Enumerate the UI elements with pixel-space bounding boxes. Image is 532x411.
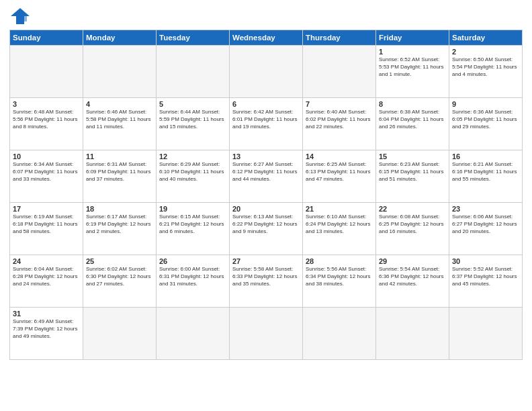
day-info: Sunrise: 6:04 AM Sunset: 6:28 PM Dayligh… xyxy=(13,266,80,287)
calendar-cell: 16Sunrise: 6:21 AM Sunset: 6:16 PM Dayli… xyxy=(449,150,523,203)
logo xyxy=(9,7,34,26)
day-number: 14 xyxy=(306,152,373,161)
calendar-cell xyxy=(83,308,157,360)
calendar-cell xyxy=(157,46,230,98)
calendar-cell: 21Sunrise: 6:10 AM Sunset: 6:24 PM Dayli… xyxy=(303,203,376,255)
weekday-row: SundayMondayTuesdayWednesdayThursdayFrid… xyxy=(10,30,523,46)
day-number: 13 xyxy=(232,152,300,161)
day-number: 9 xyxy=(452,100,519,108)
calendar-cell: 13Sunrise: 6:27 AM Sunset: 6:12 PM Dayli… xyxy=(230,150,303,203)
logo-icon xyxy=(9,7,31,26)
day-info: Sunrise: 6:38 AM Sunset: 6:04 PM Dayligh… xyxy=(379,109,446,130)
day-info: Sunrise: 6:49 AM Sunset: 7:39 PM Dayligh… xyxy=(13,318,80,340)
day-info: Sunrise: 6:23 AM Sunset: 6:15 PM Dayligh… xyxy=(379,161,446,183)
day-number: 21 xyxy=(306,205,373,213)
day-number: 1 xyxy=(379,48,446,56)
day-number: 6 xyxy=(232,100,300,108)
day-info: Sunrise: 6:15 AM Sunset: 6:21 PM Dayligh… xyxy=(159,214,226,235)
calendar-cell: 7Sunrise: 6:40 AM Sunset: 6:02 PM Daylig… xyxy=(303,98,376,150)
calendar-cell: 30Sunrise: 5:52 AM Sunset: 6:37 PM Dayli… xyxy=(449,255,523,308)
day-number: 4 xyxy=(86,100,153,108)
day-number: 7 xyxy=(306,100,373,108)
day-number: 26 xyxy=(159,257,226,265)
weekday-header: Monday xyxy=(83,30,157,46)
calendar-cell: 8Sunrise: 6:38 AM Sunset: 6:04 PM Daylig… xyxy=(376,98,449,150)
weekday-header: Sunday xyxy=(10,30,83,46)
day-info: Sunrise: 6:00 AM Sunset: 6:31 PM Dayligh… xyxy=(159,266,226,287)
week-row: 3Sunrise: 6:48 AM Sunset: 5:56 PM Daylig… xyxy=(10,98,523,150)
day-info: Sunrise: 6:46 AM Sunset: 5:58 PM Dayligh… xyxy=(86,109,153,130)
calendar-cell: 3Sunrise: 6:48 AM Sunset: 5:56 PM Daylig… xyxy=(10,98,83,150)
day-number: 8 xyxy=(379,100,446,108)
day-number: 22 xyxy=(379,205,446,213)
day-info: Sunrise: 6:21 AM Sunset: 6:16 PM Dayligh… xyxy=(452,161,519,183)
calendar-cell: 29Sunrise: 5:54 AM Sunset: 6:36 PM Dayli… xyxy=(376,255,449,308)
week-row: 24Sunrise: 6:04 AM Sunset: 6:28 PM Dayli… xyxy=(10,255,523,308)
day-info: Sunrise: 5:54 AM Sunset: 6:36 PM Dayligh… xyxy=(379,266,446,287)
week-row: 17Sunrise: 6:19 AM Sunset: 6:18 PM Dayli… xyxy=(10,203,523,255)
day-number: 20 xyxy=(232,205,300,213)
day-number: 25 xyxy=(86,257,153,265)
day-info: Sunrise: 6:42 AM Sunset: 6:01 PM Dayligh… xyxy=(232,109,300,130)
header xyxy=(9,7,523,26)
day-info: Sunrise: 6:10 AM Sunset: 6:24 PM Dayligh… xyxy=(306,214,373,235)
calendar-cell: 24Sunrise: 6:04 AM Sunset: 6:28 PM Dayli… xyxy=(10,255,83,308)
calendar-header: SundayMondayTuesdayWednesdayThursdayFrid… xyxy=(10,30,523,46)
day-info: Sunrise: 6:48 AM Sunset: 5:56 PM Dayligh… xyxy=(13,109,80,130)
calendar-cell: 14Sunrise: 6:25 AM Sunset: 6:13 PM Dayli… xyxy=(303,150,376,203)
calendar-cell xyxy=(376,308,449,360)
weekday-header: Thursday xyxy=(303,30,376,46)
day-info: Sunrise: 5:56 AM Sunset: 6:34 PM Dayligh… xyxy=(306,266,373,287)
day-number: 15 xyxy=(379,152,446,161)
day-number: 16 xyxy=(452,152,519,161)
calendar-cell: 1Sunrise: 6:52 AM Sunset: 5:53 PM Daylig… xyxy=(376,46,449,98)
day-info: Sunrise: 6:02 AM Sunset: 6:30 PM Dayligh… xyxy=(86,266,153,287)
day-number: 27 xyxy=(232,257,300,265)
calendar-cell xyxy=(303,308,376,360)
calendar-cell: 15Sunrise: 6:23 AM Sunset: 6:15 PM Dayli… xyxy=(376,150,449,203)
day-info: Sunrise: 5:52 AM Sunset: 6:37 PM Dayligh… xyxy=(452,266,519,287)
calendar-cell: 26Sunrise: 6:00 AM Sunset: 6:31 PM Dayli… xyxy=(157,255,230,308)
day-info: Sunrise: 6:52 AM Sunset: 5:53 PM Dayligh… xyxy=(379,56,446,78)
calendar-cell: 25Sunrise: 6:02 AM Sunset: 6:30 PM Dayli… xyxy=(83,255,157,308)
calendar-cell: 27Sunrise: 5:58 AM Sunset: 6:33 PM Dayli… xyxy=(230,255,303,308)
calendar-body: 1Sunrise: 6:52 AM Sunset: 5:53 PM Daylig… xyxy=(10,46,523,360)
day-number: 24 xyxy=(13,257,80,265)
day-number: 10 xyxy=(13,152,80,161)
calendar: SundayMondayTuesdayWednesdayThursdayFrid… xyxy=(9,30,523,360)
calendar-cell xyxy=(157,308,230,360)
day-info: Sunrise: 6:40 AM Sunset: 6:02 PM Dayligh… xyxy=(306,109,373,130)
day-info: Sunrise: 6:19 AM Sunset: 6:18 PM Dayligh… xyxy=(13,214,80,235)
weekday-header: Friday xyxy=(376,30,449,46)
day-number: 28 xyxy=(306,257,373,265)
page: SundayMondayTuesdayWednesdayThursdayFrid… xyxy=(0,0,532,411)
calendar-cell: 22Sunrise: 6:08 AM Sunset: 6:25 PM Dayli… xyxy=(376,203,449,255)
calendar-cell: 6Sunrise: 6:42 AM Sunset: 6:01 PM Daylig… xyxy=(230,98,303,150)
calendar-cell: 28Sunrise: 5:56 AM Sunset: 6:34 PM Dayli… xyxy=(303,255,376,308)
calendar-cell xyxy=(303,46,376,98)
day-number: 2 xyxy=(452,48,519,56)
day-number: 31 xyxy=(13,310,80,318)
day-info: Sunrise: 6:29 AM Sunset: 6:10 PM Dayligh… xyxy=(159,161,226,183)
calendar-cell: 31Sunrise: 6:49 AM Sunset: 7:39 PM Dayli… xyxy=(10,308,83,360)
day-number: 30 xyxy=(452,257,519,265)
day-info: Sunrise: 6:44 AM Sunset: 5:59 PM Dayligh… xyxy=(159,109,226,130)
calendar-cell: 20Sunrise: 6:13 AM Sunset: 6:22 PM Dayli… xyxy=(230,203,303,255)
calendar-cell: 19Sunrise: 6:15 AM Sunset: 6:21 PM Dayli… xyxy=(157,203,230,255)
day-info: Sunrise: 6:31 AM Sunset: 6:09 PM Dayligh… xyxy=(86,161,153,183)
calendar-cell: 18Sunrise: 6:17 AM Sunset: 6:19 PM Dayli… xyxy=(83,203,157,255)
day-info: Sunrise: 6:34 AM Sunset: 6:07 PM Dayligh… xyxy=(13,161,80,183)
day-number: 29 xyxy=(379,257,446,265)
calendar-cell xyxy=(83,46,157,98)
day-info: Sunrise: 6:50 AM Sunset: 5:54 PM Dayligh… xyxy=(452,56,519,78)
week-row: 1Sunrise: 6:52 AM Sunset: 5:53 PM Daylig… xyxy=(10,46,523,98)
day-info: Sunrise: 6:13 AM Sunset: 6:22 PM Dayligh… xyxy=(232,214,300,235)
day-info: Sunrise: 5:58 AM Sunset: 6:33 PM Dayligh… xyxy=(232,266,300,287)
weekday-header: Saturday xyxy=(449,30,523,46)
day-number: 12 xyxy=(159,152,226,161)
calendar-cell: 11Sunrise: 6:31 AM Sunset: 6:09 PM Dayli… xyxy=(83,150,157,203)
day-number: 17 xyxy=(13,205,80,213)
weekday-header: Wednesday xyxy=(230,30,303,46)
calendar-cell: 12Sunrise: 6:29 AM Sunset: 6:10 PM Dayli… xyxy=(157,150,230,203)
calendar-cell: 5Sunrise: 6:44 AM Sunset: 5:59 PM Daylig… xyxy=(157,98,230,150)
